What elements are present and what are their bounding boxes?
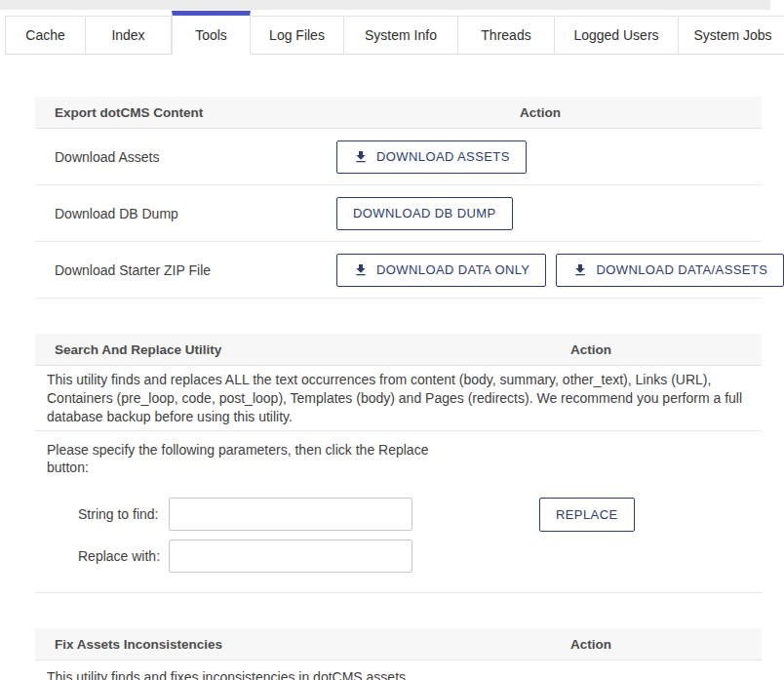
tab-system-info[interactable]: System Info [344,16,458,55]
row-label-download-starter-zip: Download Starter ZIP File [35,262,336,278]
search-replace-section: Search And Replace Utility Action This u… [35,334,762,593]
download-icon [353,149,369,165]
search-replace-section-header: Search And Replace Utility Action [35,334,762,366]
download-icon [353,262,369,278]
section-title: Search And Replace Utility [55,342,221,357]
export-content-section: Export dotCMS Content Action Download As… [35,97,762,299]
action-column-header: Action [520,105,561,120]
replace-with-input[interactable] [169,540,412,573]
tab-logged-users[interactable]: Logged Users [555,16,679,55]
action-column-header: Action [570,637,611,652]
tab-threads[interactable]: Threads [458,16,555,55]
replace-button[interactable]: REPLACE [539,498,635,532]
tab-tools[interactable]: Tools [172,11,251,55]
download-icon [572,262,588,278]
search-replace-description: This utility finds and replaces ALL the … [35,366,762,431]
download-data-only-button[interactable]: DOWNLOAD DATA ONLY [336,254,546,287]
tab-cache[interactable]: Cache [5,16,86,55]
tab-system-jobs[interactable]: System Jobs [679,16,784,55]
replace-with-label: Replace with: [78,548,160,564]
page-top-edge [0,0,770,10]
download-db-dump-button[interactable]: DOWNLOAD DB DUMP [336,197,513,230]
download-assets-button[interactable]: DOWNLOAD ASSETS [336,140,527,174]
search-replace-instructions: Please specify the following parameters,… [47,441,466,476]
table-row: Download DB Dump DOWNLOAD DB DUMP [35,185,762,242]
string-to-find-input[interactable] [169,498,412,531]
row-label-download-assets: Download Assets [35,149,336,165]
section-title: Fix Assets Inconsistencies [55,637,222,652]
string-to-find-label: String to find: [78,506,159,522]
search-replace-form: Please specify the following parameters,… [35,431,762,593]
action-column-header: Action [570,342,611,357]
download-data-assets-button[interactable]: DOWNLOAD DATA/ASSETS [556,254,784,287]
fix-assets-section-header: Fix Assets Inconsistencies Action [35,628,762,660]
tools-panel: Export dotCMS Content Action Download As… [35,97,762,680]
table-row: Download Starter ZIP File DOWNLOAD DATA … [35,242,762,299]
export-section-header: Export dotCMS Content Action [35,97,762,129]
row-label-download-db-dump: Download DB Dump [35,206,336,221]
section-title: Export dotCMS Content [55,105,203,120]
fix-assets-description: This utility finds and fixes inconsisten… [35,660,762,680]
table-row: Download Assets DOWNLOAD ASSETS [35,129,762,185]
fix-assets-section: Fix Assets Inconsistencies Action This u… [35,628,762,680]
tab-log-files[interactable]: Log Files [251,16,344,55]
tab-index[interactable]: Index [86,16,172,55]
tab-bar: Cache Index Tools Log Files System Info … [5,11,784,55]
